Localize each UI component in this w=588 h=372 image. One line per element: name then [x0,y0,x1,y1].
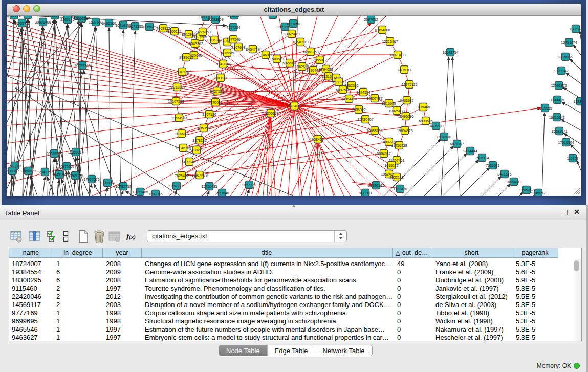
svg-text:6466160: 6466160 [102,21,116,25]
svg-text:7485063: 7485063 [397,68,411,72]
svg-text:16648754: 16648754 [442,51,458,54]
svg-text:6879197: 6879197 [450,142,464,146]
svg-text:9063574: 9063574 [48,16,61,17]
svg-text:12213967: 12213967 [382,40,398,43]
svg-text:16914479: 16914479 [191,173,207,177]
svg-text:13325419: 13325419 [284,32,299,36]
svg-text:116753: 116753 [567,157,579,160]
svg-text:23226058: 23226058 [194,30,210,34]
svg-text:10973493: 10973493 [389,53,405,57]
svg-text:12093872: 12093872 [551,84,567,87]
svg-text:20691406: 20691406 [35,20,51,24]
svg-text:6939605: 6939605 [419,119,432,123]
svg-text:9345052: 9345052 [531,191,545,195]
svg-text:8454749: 8454749 [246,48,259,51]
svg-text:9777169: 9777169 [332,80,345,84]
svg-text:9474444: 9474444 [463,149,477,153]
svg-text:7632621: 7632621 [486,164,499,167]
svg-text:15692971: 15692971 [551,129,567,133]
svg-text:9227342: 9227342 [554,69,568,73]
svg-text:16961758: 16961758 [302,50,318,54]
svg-text:12213369: 12213369 [169,85,185,89]
svg-text:10154808: 10154808 [374,28,390,32]
svg-text:2935114: 2935114 [475,156,489,160]
svg-text:17957275: 17957275 [83,178,99,181]
svg-text:1527602: 1527602 [89,20,102,24]
svg-text:7462662: 7462662 [344,84,358,87]
svg-text:9463627: 9463627 [400,99,413,102]
svg-text:18495796: 18495796 [398,115,413,118]
svg-text:19166827: 19166827 [173,132,189,136]
svg-text:1292346: 1292346 [148,192,162,196]
svg-text:6216099: 6216099 [382,102,396,105]
svg-text:10688609: 10688609 [366,129,382,133]
svg-text:10958117: 10958117 [100,181,116,185]
svg-text:9242848: 9242848 [216,62,230,66]
svg-text:9794028: 9794028 [319,68,333,71]
svg-text:19756928: 19756928 [391,144,407,147]
svg-text:19384554: 19384554 [310,138,325,141]
svg-text:9084067: 9084067 [377,152,390,156]
svg-text:12505135: 12505135 [67,174,83,178]
svg-text:1615132: 1615132 [384,164,398,167]
svg-text:14099489: 14099489 [181,160,197,164]
svg-text:13300273: 13300273 [263,112,278,115]
svg-text:16782759: 16782759 [115,185,131,188]
svg-text:9889615: 9889615 [179,56,193,59]
svg-text:1588520: 1588520 [270,57,284,61]
svg-text:8878332: 8878332 [192,139,206,142]
svg-text:8427552: 8427552 [210,90,224,93]
svg-text:14055712: 14055712 [14,21,30,25]
svg-text:1244415: 1244415 [550,98,564,102]
svg-text:12359914: 12359914 [68,150,83,154]
svg-text:9657771: 9657771 [242,183,256,187]
svg-text:9146821: 9146821 [258,53,272,57]
svg-text:1383054: 1383054 [573,100,581,103]
svg-text:10107553: 10107553 [168,100,184,103]
svg-text:1733426: 1733426 [393,187,407,191]
svg-text:20364436: 20364436 [341,97,357,101]
svg-text:8186328: 8186328 [207,38,221,42]
svg-text:9657771: 9657771 [169,184,183,188]
svg-text:8990444: 8990444 [306,69,320,72]
svg-text:20053346: 20053346 [74,64,90,68]
svg-text:1145194: 1145194 [53,173,67,177]
svg-text:8813054: 8813054 [266,16,279,17]
svg-text:12156823: 12156823 [20,169,36,173]
svg-text:3919157: 3919157 [7,169,19,173]
svg-text:2522143: 2522143 [389,176,403,179]
svg-text:19654923: 19654923 [397,129,412,133]
svg-text:1921850: 1921850 [286,22,300,26]
svg-text:19654983: 19654983 [171,116,187,120]
svg-text:2803144: 2803144 [213,76,227,80]
svg-text:5322037: 5322037 [282,61,296,65]
svg-text:16033809: 16033809 [207,18,223,21]
svg-text:12942737: 12942737 [37,170,53,174]
svg-text:15720407: 15720407 [357,118,373,121]
svg-text:8938918: 8938918 [437,135,451,139]
svg-text:9472111: 9472111 [359,191,372,195]
svg-text:17016504: 17016504 [558,141,574,144]
svg-text:12923465: 12923465 [132,190,148,194]
svg-text:30975857: 30975857 [58,165,74,168]
svg-text:3875685: 3875685 [220,51,234,55]
svg-text:7955812: 7955812 [313,58,326,62]
svg-text:1362615: 1362615 [295,65,309,69]
svg-text:2967608: 2967608 [231,46,245,49]
svg-text:2977546: 2977546 [226,38,240,41]
svg-text:8813054: 8813054 [227,16,241,17]
svg-text:10807487: 10807487 [366,97,382,100]
svg-text:8660124: 8660124 [167,30,181,33]
svg-text:16210643: 16210643 [549,116,564,119]
svg-text:7357224: 7357224 [226,26,240,29]
svg-text:9115460: 9115460 [417,105,430,109]
svg-text:20206531: 20206531 [46,152,62,156]
svg-text:10654112: 10654112 [506,180,522,184]
svg-text:1112904: 1112904 [569,27,581,31]
svg-text:10543362: 10543362 [187,42,203,46]
svg-text:12975115: 12975115 [402,83,418,86]
svg-text:3267130: 3267130 [202,113,216,116]
svg-text:5498222: 5498222 [189,148,203,152]
svg-text:7986322: 7986322 [352,108,365,112]
svg-text:7515526: 7515526 [142,25,156,29]
